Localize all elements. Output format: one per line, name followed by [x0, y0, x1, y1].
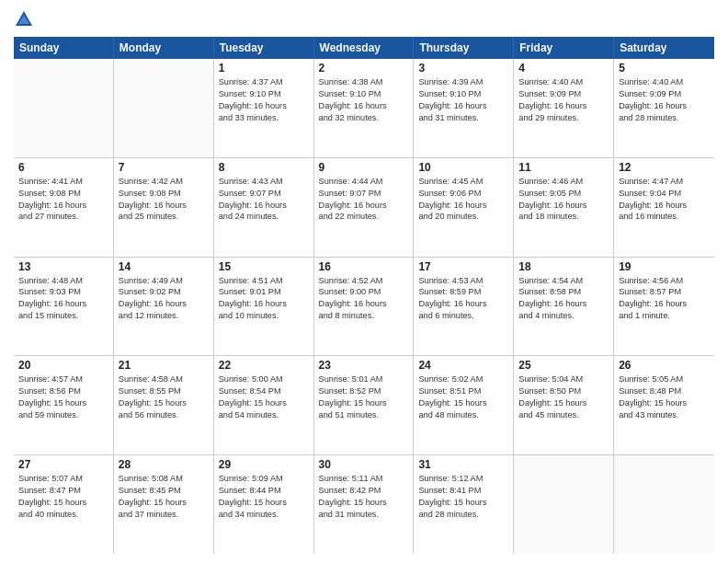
cal-cell-11: 11Sunrise: 4:46 AMSunset: 9:05 PMDayligh…: [514, 158, 614, 257]
cell-line: and 16 minutes.: [619, 211, 710, 223]
cell-line: and 54 minutes.: [219, 409, 309, 421]
cal-header-tuesday: Tuesday: [214, 37, 314, 59]
cell-line: Daylight: 15 hours: [219, 497, 309, 509]
cal-cell-12: 12Sunrise: 4:47 AMSunset: 9:04 PMDayligh…: [614, 158, 714, 257]
cal-week-2: 6Sunrise: 4:41 AMSunset: 9:08 PMDaylight…: [14, 158, 714, 258]
cal-cell-empty-w4c5: [514, 455, 614, 554]
cell-line: Sunrise: 4:41 AM: [18, 176, 108, 188]
cell-line: Sunset: 8:57 PM: [619, 286, 710, 298]
cell-line: and 22 minutes.: [319, 211, 409, 223]
cell-line: Daylight: 16 hours: [418, 298, 508, 310]
cell-line: Sunrise: 4:44 AM: [319, 176, 409, 188]
cell-line: Sunrise: 5:02 AM: [418, 373, 508, 385]
day-number: 17: [418, 260, 508, 273]
cell-line: Daylight: 16 hours: [18, 298, 108, 310]
cell-line: Daylight: 15 hours: [119, 497, 209, 509]
cell-line: Sunset: 8:51 PM: [418, 385, 508, 397]
cell-line: Sunset: 9:02 PM: [119, 286, 209, 298]
cell-line: Sunset: 8:50 PM: [518, 385, 609, 397]
cal-cell-15: 15Sunrise: 4:51 AMSunset: 9:01 PMDayligh…: [214, 258, 314, 356]
cal-cell-9: 9Sunrise: 4:44 AMSunset: 9:07 PMDaylight…: [314, 158, 415, 257]
cell-line: Daylight: 16 hours: [119, 298, 209, 310]
day-number: 8: [219, 161, 309, 174]
cell-line: Sunrise: 4:40 AM: [518, 76, 609, 88]
cell-line: and 33 minutes.: [219, 112, 309, 124]
cell-line: Sunrise: 4:42 AM: [119, 176, 209, 188]
cell-line: Sunset: 9:08 PM: [119, 188, 209, 200]
cell-line: Sunrise: 5:07 AM: [18, 473, 108, 485]
cal-header-monday: Monday: [114, 37, 214, 59]
cell-line: and 12 minutes.: [119, 310, 209, 322]
cell-line: Sunset: 9:09 PM: [619, 88, 710, 100]
cell-line: Sunrise: 4:53 AM: [418, 275, 508, 287]
cell-line: Sunrise: 5:08 AM: [119, 473, 209, 485]
cell-line: Daylight: 16 hours: [418, 100, 508, 112]
day-number: 25: [518, 359, 609, 372]
cell-line: Daylight: 16 hours: [219, 298, 309, 310]
cell-line: Sunset: 8:55 PM: [119, 385, 209, 397]
day-number: 13: [18, 260, 108, 273]
cell-line: Daylight: 16 hours: [619, 200, 710, 212]
cell-line: Sunset: 8:48 PM: [619, 385, 710, 397]
cal-week-5: 27Sunrise: 5:07 AMSunset: 8:47 PMDayligh…: [14, 455, 714, 554]
cal-cell-5: 5Sunrise: 4:40 AMSunset: 9:09 PMDaylight…: [614, 59, 714, 157]
logo: [14, 9, 38, 29]
cell-line: Sunrise: 5:00 AM: [219, 373, 309, 385]
cal-cell-28: 28Sunrise: 5:08 AMSunset: 8:45 PMDayligh…: [114, 455, 214, 554]
day-number: 31: [418, 458, 508, 471]
cell-line: Sunrise: 4:54 AM: [518, 275, 609, 287]
cell-line: and 1 minute.: [619, 310, 710, 322]
cell-line: Daylight: 16 hours: [619, 298, 710, 310]
cell-line: Sunrise: 4:52 AM: [319, 275, 409, 287]
cell-line: Sunset: 8:45 PM: [119, 485, 209, 497]
cell-line: Sunset: 9:06 PM: [418, 188, 508, 200]
cal-week-4: 20Sunrise: 4:57 AMSunset: 8:56 PMDayligh…: [14, 356, 714, 455]
cell-line: Daylight: 15 hours: [18, 497, 108, 509]
cell-line: and 56 minutes.: [119, 409, 209, 421]
day-number: 20: [18, 359, 108, 372]
cal-cell-empty-w0c0: [14, 59, 114, 157]
cal-cell-25: 25Sunrise: 5:04 AMSunset: 8:50 PMDayligh…: [514, 356, 614, 454]
cell-line: and 6 minutes.: [418, 310, 508, 322]
cell-line: Daylight: 16 hours: [418, 200, 508, 212]
page: SundayMondayTuesdayWednesdayThursdayFrid…: [0, 0, 728, 563]
cell-line: Sunset: 9:07 PM: [319, 188, 409, 200]
cal-cell-27: 27Sunrise: 5:07 AMSunset: 8:47 PMDayligh…: [14, 455, 114, 554]
cell-line: and 27 minutes.: [18, 211, 108, 223]
cell-line: Daylight: 15 hours: [619, 397, 710, 409]
day-number: 18: [518, 260, 609, 273]
cal-header-saturday: Saturday: [614, 37, 714, 59]
cell-line: Sunrise: 4:46 AM: [518, 176, 609, 188]
cell-line: Sunrise: 4:43 AM: [219, 176, 309, 188]
cal-cell-6: 6Sunrise: 4:41 AMSunset: 9:08 PMDaylight…: [14, 158, 114, 257]
day-number: 14: [119, 260, 209, 273]
cell-line: Sunset: 9:10 PM: [219, 88, 309, 100]
cal-header-sunday: Sunday: [14, 37, 114, 59]
day-number: 3: [418, 62, 508, 75]
day-number: 12: [619, 161, 710, 174]
cell-line: Daylight: 15 hours: [319, 497, 409, 509]
cal-cell-30: 30Sunrise: 5:11 AMSunset: 8:42 PMDayligh…: [314, 455, 415, 554]
cell-line: and 48 minutes.: [418, 409, 508, 421]
day-number: 27: [18, 458, 108, 471]
day-number: 4: [518, 62, 609, 75]
cell-line: and 45 minutes.: [518, 409, 609, 421]
cell-line: and 59 minutes.: [18, 409, 108, 421]
cell-line: Daylight: 16 hours: [119, 200, 209, 212]
cal-cell-1: 1Sunrise: 4:37 AMSunset: 9:10 PMDaylight…: [214, 59, 314, 157]
cal-cell-18: 18Sunrise: 4:54 AMSunset: 8:58 PMDayligh…: [514, 258, 614, 356]
cell-line: Sunrise: 5:11 AM: [319, 473, 409, 485]
cell-line: and 31 minutes.: [319, 509, 409, 521]
cell-line: and 15 minutes.: [18, 310, 108, 322]
cell-line: and 4 minutes.: [518, 310, 609, 322]
cal-header-wednesday: Wednesday: [314, 37, 415, 59]
cal-cell-4: 4Sunrise: 4:40 AMSunset: 9:09 PMDaylight…: [514, 59, 614, 157]
cell-line: and 28 minutes.: [418, 509, 508, 521]
cell-line: Daylight: 16 hours: [319, 200, 409, 212]
cell-line: Daylight: 16 hours: [18, 200, 108, 212]
cell-line: and 31 minutes.: [418, 112, 508, 124]
day-number: 28: [119, 458, 209, 471]
cell-line: and 24 minutes.: [219, 211, 309, 223]
day-number: 16: [319, 260, 409, 273]
cell-line: Sunset: 9:10 PM: [319, 88, 409, 100]
